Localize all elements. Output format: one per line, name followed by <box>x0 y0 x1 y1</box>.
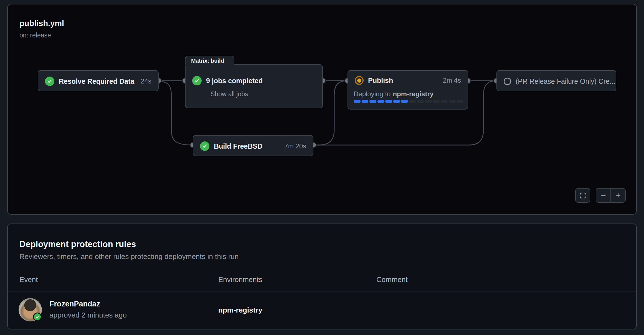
job-node-label: Publish <box>368 77 393 85</box>
approver-username: FrozenPandaz <box>49 300 100 308</box>
job-node-matrix-build[interactable]: 9 jobs completed Show all jobs <box>185 64 323 108</box>
zoom-out-button[interactable]: − <box>596 189 611 202</box>
row-environment: npm-registry <box>218 306 262 314</box>
pending-circle-icon <box>504 78 511 85</box>
workflow-graph-panel: publish.yml on: release <box>7 4 637 215</box>
progress-segment <box>401 100 408 103</box>
job-duration: 7m 20s <box>284 142 306 150</box>
success-check-icon <box>200 141 209 151</box>
matrix-group-tab: Matrix: build <box>185 56 234 65</box>
minus-icon: − <box>601 190 606 201</box>
rules-subtitle: Reviewers, timers, and other rules prote… <box>19 252 239 261</box>
success-check-icon <box>192 76 202 85</box>
progress-segment <box>441 100 448 103</box>
job-node-label: 9 jobs completed <box>206 77 263 85</box>
zoom-in-button[interactable]: + <box>611 189 625 202</box>
plus-icon: + <box>615 190 621 201</box>
job-duration: 2m 4s <box>443 77 461 84</box>
success-check-icon <box>45 77 54 86</box>
approved-check-badge <box>33 313 42 321</box>
fullscreen-button[interactable] <box>575 188 590 203</box>
workflow-title: publish.yml <box>19 19 64 28</box>
progress-segment <box>457 100 464 103</box>
job-node-pr-release-failure[interactable]: (PR Release Failure Only) Cre... <box>496 70 616 91</box>
job-node-build-freebsd[interactable]: Build FreeBSD 7m 20s <box>193 135 313 156</box>
progress-segment <box>433 100 440 103</box>
job-node-label: (PR Release Failure Only) Cre... <box>516 77 615 85</box>
progress-segment <box>377 100 384 103</box>
job-node-publish[interactable]: Publish 2m 4s Deploying to npm-registry <box>348 70 468 110</box>
progress-segment <box>409 100 416 103</box>
deploy-progress-bar <box>354 100 463 103</box>
deploy-environment: npm-registry <box>393 90 433 98</box>
progress-segment <box>449 100 456 103</box>
zoom-controls: − + <box>596 188 626 203</box>
progress-segment <box>362 100 369 103</box>
table-row: FrozenPandaz approved 2 minutes ago npm-… <box>8 291 636 329</box>
column-header-event: Event <box>19 275 38 284</box>
progress-segment <box>425 100 432 103</box>
progress-segment <box>354 100 361 103</box>
deploy-prefix: Deploying to <box>354 90 391 98</box>
job-duration: 24s <box>141 77 151 85</box>
progress-segment <box>417 100 424 103</box>
job-node-resolve-required-data[interactable]: Resolve Required Data 24s <box>38 70 159 91</box>
workflow-trigger: on: release <box>19 32 51 39</box>
in-progress-icon <box>355 76 364 85</box>
deploy-status-line: Deploying to npm-registry <box>354 90 433 98</box>
rules-title: Deployment protection rules <box>19 239 136 249</box>
rules-table-header: Event Environments Comment <box>8 275 636 291</box>
column-header-environments: Environments <box>218 275 262 284</box>
progress-segment <box>385 100 392 103</box>
job-node-label: Resolve Required Data <box>59 77 134 85</box>
progress-segment <box>369 100 376 103</box>
job-node-label: Build FreeBSD <box>214 142 262 150</box>
approval-status-text: approved 2 minutes ago <box>49 311 127 319</box>
progress-segment <box>393 100 400 103</box>
matrix-group-label: Matrix: build <box>191 58 224 64</box>
deployment-protection-rules-panel: Deployment protection rules Reviewers, t… <box>7 224 637 329</box>
show-all-jobs-link[interactable]: Show all jobs <box>211 90 248 98</box>
fullscreen-icon <box>579 192 586 199</box>
column-header-comment: Comment <box>376 275 408 284</box>
